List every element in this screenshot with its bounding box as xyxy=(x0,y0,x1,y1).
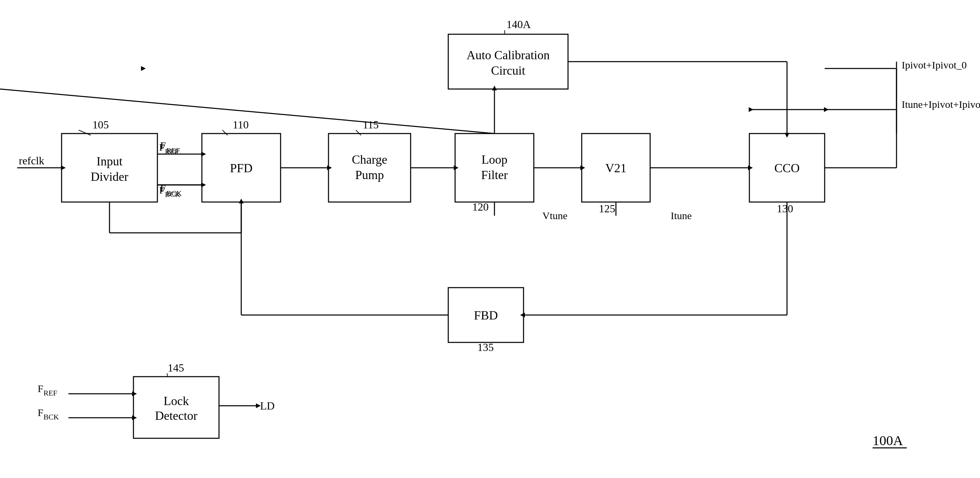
ref-130: 130 xyxy=(777,202,793,215)
input-divider-label2: Divider xyxy=(91,170,128,183)
ref-125: 125 xyxy=(599,202,615,215)
ld-label: LD xyxy=(260,400,275,412)
ref-120: 120 xyxy=(472,201,488,213)
cco-label: CCO xyxy=(774,161,800,175)
auto-cal-label2: Circuit xyxy=(491,64,525,77)
auto-cal-label: Auto Calibration xyxy=(467,48,550,62)
ref-115: 115 xyxy=(363,118,379,131)
ipivot-label: Ipivot+Ipivot_0 xyxy=(902,59,967,70)
refclk-label: refclk xyxy=(19,155,45,167)
lock-detector-label: Lock xyxy=(164,394,189,408)
input-divider-label: Input xyxy=(97,155,123,168)
ref-100a: 100A xyxy=(873,433,903,448)
fbck-wire-sub: BCK xyxy=(166,189,182,198)
charge-pump-label: Charge xyxy=(352,153,387,166)
fbd-label: FBD xyxy=(474,309,498,322)
fref-ld-label: F xyxy=(38,383,43,394)
loop-filter-label: Loop xyxy=(482,153,508,166)
itune-label: Itune xyxy=(671,210,692,221)
vtune-label: Vtune xyxy=(542,210,567,221)
ref-105: 105 xyxy=(92,118,109,131)
fref-ld-sub: REF xyxy=(43,389,57,397)
ref-135: 135 xyxy=(477,341,494,354)
loop-filter-label2: Filter xyxy=(481,168,508,182)
fbck-ld-label: F xyxy=(38,407,43,418)
diagram-container: Input Divider 105 PFD 110 Charge Pump 11… xyxy=(0,0,980,478)
v21-label: V21 xyxy=(605,161,627,175)
itune-ipivot-label: Itune+Ipivot+Ipivot_0 xyxy=(902,99,980,110)
ref-145: 145 xyxy=(168,362,184,374)
lock-detector-label2: Detector xyxy=(155,409,197,422)
charge-pump-block xyxy=(328,134,410,202)
ref-140a: 140A xyxy=(506,18,531,30)
fbck-wire-label: F xyxy=(160,183,166,194)
loop-filter-block xyxy=(455,134,534,202)
fbck-ld-sub: BCK xyxy=(43,413,59,421)
fref-wire-sub: REF xyxy=(166,146,180,155)
ref-110: 110 xyxy=(233,118,249,131)
charge-pump-label2: Pump xyxy=(355,168,384,182)
pfd-label: PFD xyxy=(230,161,253,175)
fref-wire-label: F xyxy=(160,140,166,151)
